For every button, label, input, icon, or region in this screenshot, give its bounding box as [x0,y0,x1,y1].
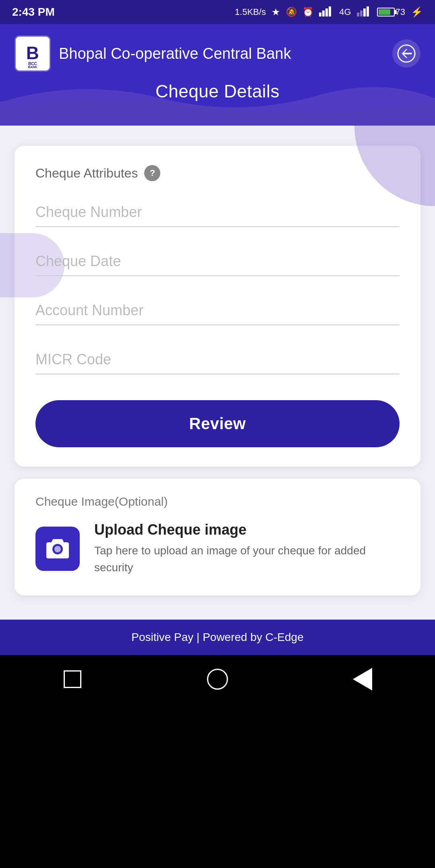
footer-text: Positive Pay | Powered by C-Edge [131,631,303,643]
cheque-image-label: Cheque Image(Optional) [35,495,400,508]
alarm-icon: ⏰ [302,7,313,17]
page-title: Cheque Details [14,81,420,101]
account-number-field [35,296,400,325]
mute-icon: 🔕 [286,7,297,17]
micr-code-input[interactable] [35,345,400,374]
account-number-input[interactable] [35,296,400,325]
back-nav-button[interactable] [346,663,379,695]
status-icons: 1.5KB/s ★ 🔕 ⏰ 4G [235,5,423,19]
svg-rect-6 [363,8,366,17]
logo-area: B BCC BANK Bhopal Co-operative Central B… [14,35,291,72]
cheque-number-input[interactable] [35,197,400,227]
svg-rect-2 [325,8,328,17]
svg-rect-3 [329,6,331,17]
upload-desc: Tap here to upload an image of your cheq… [94,542,400,576]
svg-text:B: B [26,43,39,63]
svg-rect-7 [367,6,369,17]
status-bar: 2:43 PM 1.5KB/s ★ 🔕 ⏰ 4G [0,0,435,24]
card-title: Cheque Attributes ? [35,165,400,181]
svg-point-13 [54,546,61,552]
micr-code-field [35,345,400,374]
svg-rect-4 [357,12,359,17]
bluetooth-icon: ★ [271,6,280,18]
status-time: 2:43 PM [12,6,55,19]
navigation-bar [0,655,435,703]
svg-rect-5 [360,10,362,17]
recent-apps-button[interactable] [56,663,89,695]
cheque-image-card: Cheque Image(Optional) Upload Cheque ima… [14,479,420,595]
cheque-date-input[interactable] [35,246,400,276]
network-type: 4G [339,7,351,17]
upload-title: Upload Cheque image [94,521,400,538]
network-speed: 1.5KB/s [235,7,266,17]
svg-rect-0 [319,12,321,17]
recent-apps-icon [64,670,81,688]
app-header: B BCC BANK Bhopal Co-operative Central B… [0,24,435,126]
home-button[interactable] [201,663,234,695]
cheque-attributes-card: Cheque Attributes ? Review [14,146,420,467]
back-nav-icon [353,668,372,690]
upload-area[interactable]: Upload Cheque image Tap here to upload a… [35,521,400,576]
bank-logo: B BCC BANK [14,35,51,72]
camera-icon [45,536,70,562]
review-button[interactable]: Review [35,400,400,447]
camera-icon-box [35,527,80,571]
signal-icon [319,5,334,19]
back-button[interactable] [392,39,420,68]
signal-icon-2 [357,5,371,19]
upload-text: Upload Cheque image Tap here to upload a… [94,521,400,576]
footer: Positive Pay | Powered by C-Edge [0,620,435,655]
cheque-number-field [35,197,400,227]
battery-indicator: 73 [377,7,405,17]
home-icon [207,669,228,690]
svg-rect-1 [322,10,325,17]
bank-name: Bhopal Co-operative Central Bank [59,45,291,62]
cheque-date-field [35,246,400,276]
charging-icon: ⚡ [411,6,423,18]
help-icon[interactable]: ? [144,165,160,181]
svg-text:BANK: BANK [28,65,37,68]
